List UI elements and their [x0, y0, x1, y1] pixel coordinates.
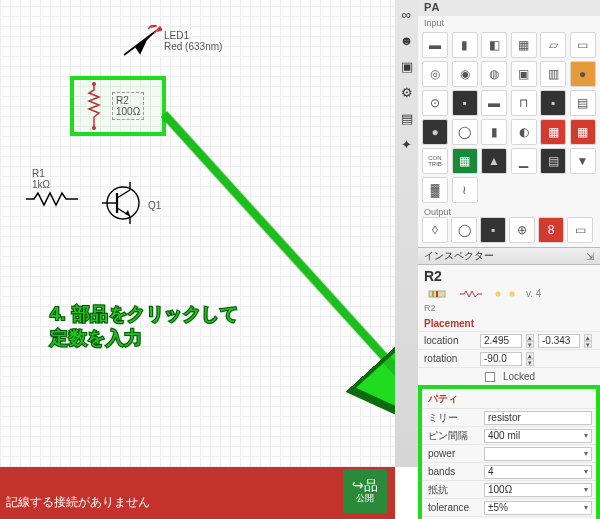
location-x-field[interactable]: 2.495: [480, 334, 522, 348]
power-row: power ▾: [422, 444, 596, 462]
publish-button[interactable]: ↪品 公開: [343, 469, 387, 513]
parts-grid: ▬ ▮ ◧ ▦ ▱ ▭ ◎ ◉ ◍ ▣ ▥ ● ⊙ ▪ ▬ ⊓ ▪ ▤ ● ◯ …: [418, 28, 600, 205]
part-tile-pot[interactable]: ◉: [452, 61, 478, 87]
component-led1[interactable]: [118, 25, 162, 61]
tolerance-field[interactable]: ±5%▾: [484, 501, 592, 515]
part-tile-contrib[interactable]: CON TRIB: [422, 148, 448, 174]
pinspacing-field[interactable]: 400 mil▾: [484, 429, 592, 443]
right-panel: PA Input ▬ ▮ ◧ ▦ ▱ ▭ ◎ ◉ ◍ ▣ ▥ ● ⊙ ▪ ▬ ⊓…: [418, 0, 600, 519]
step-annotation: 4. 部品をクリックして 定数を入力: [50, 302, 238, 351]
location-x-stepper[interactable]: ▴▾: [526, 334, 534, 348]
status-bar: 記線する接続がありません ↪品 公開: [0, 467, 395, 519]
pinspacing-row: ピン間隔 400 mil▾: [422, 426, 596, 444]
svg-point-8: [92, 126, 96, 130]
publish-icon: ↪品: [352, 478, 378, 492]
part-tile-connector[interactable]: ▱: [540, 32, 566, 58]
publish-label: 公開: [356, 492, 374, 505]
location-row: location 2.495 ▴▾ -0.343 ▴▾: [418, 331, 600, 349]
part-tile-cell[interactable]: ▮: [452, 32, 478, 58]
part-tile-led-out[interactable]: ◊: [422, 217, 448, 243]
part-tile-strip[interactable]: ▭: [570, 32, 596, 58]
bands-field[interactable]: 4▾: [484, 465, 592, 479]
strip-icon-factory[interactable]: ▣: [399, 58, 415, 74]
component-q1[interactable]: [100, 180, 146, 226]
resistor-bb-icon[interactable]: [424, 289, 450, 299]
location-y-field[interactable]: -0.343: [538, 334, 580, 348]
part-tile-tact[interactable]: ▪: [540, 90, 566, 116]
placement-section: Placement: [418, 315, 600, 331]
part-tile-usb[interactable]: ◧: [481, 32, 507, 58]
strip-icon-star[interactable]: ✦: [399, 136, 415, 152]
r2-label: R2 100Ω: [112, 92, 144, 120]
part-tile-dip[interactable]: ▤: [570, 90, 596, 116]
part-tile-plug[interactable]: ▦: [511, 32, 537, 58]
svg-rect-22: [436, 291, 438, 297]
part-tile-encoder[interactable]: ◍: [481, 61, 507, 87]
collapse-icon[interactable]: ⇲: [586, 251, 594, 262]
part-tile-slide[interactable]: ▬: [481, 90, 507, 116]
svg-point-7: [92, 82, 96, 86]
part-tile-ldr[interactable]: ◐: [511, 119, 537, 145]
rotation-row: rotation -90.0 ▴▾: [418, 349, 600, 367]
output-parts-row: ◊ ◯ ▪ ⊕ 8 ▭: [418, 217, 600, 247]
resistor-pcb-icon[interactable]: [492, 289, 518, 299]
part-tile-sensor-round[interactable]: ●: [422, 119, 448, 145]
part-tile-transistor[interactable]: ▲: [481, 148, 507, 174]
resistance-field[interactable]: 100Ω▾: [484, 483, 592, 497]
svg-rect-21: [432, 291, 434, 297]
part-tile-board-green[interactable]: ▦: [452, 148, 478, 174]
svg-marker-4: [152, 25, 156, 27]
q1-label: Q1: [148, 200, 161, 211]
part-tile-buttons[interactable]: ▥: [540, 61, 566, 87]
part-tile-switch[interactable]: ▪: [452, 90, 478, 116]
part-tile-mic[interactable]: ◯: [452, 119, 478, 145]
part-tile-battery[interactable]: ▬: [422, 32, 448, 58]
svg-line-12: [117, 190, 130, 198]
part-tile-relay[interactable]: ▪: [480, 217, 506, 243]
part-tile-coin[interactable]: ●: [570, 61, 596, 87]
output-section-label: Output: [418, 205, 600, 217]
component-r2[interactable]: [82, 82, 112, 132]
locked-row[interactable]: Locked: [418, 367, 600, 385]
properties-highlight-box: パティ ミリー resistor ピン間隔 400 mil▾ power ▾ b…: [418, 385, 600, 519]
part-tile-toggle[interactable]: ⊓: [511, 90, 537, 116]
part-tile-motor[interactable]: ⊕: [509, 217, 535, 243]
part-tile-module-red1[interactable]: ▦: [540, 119, 566, 145]
inspector-view-icons: v. 4: [418, 284, 600, 303]
rotation-stepper[interactable]: ▴▾: [526, 352, 534, 366]
svg-point-23: [496, 291, 501, 296]
input-section-label: Input: [418, 16, 600, 28]
rotation-field[interactable]: -90.0: [480, 352, 522, 366]
part-tile-knob[interactable]: ◎: [422, 61, 448, 87]
resistor-schem-icon[interactable]: [458, 289, 484, 299]
strip-icon-arduino[interactable]: ∞: [399, 6, 415, 22]
inspector-header[interactable]: インスペクター ⇲: [418, 247, 600, 265]
part-tile-buzzer[interactable]: ◯: [451, 217, 477, 243]
part-tile-speaker[interactable]: ▓: [422, 177, 448, 203]
schematic-canvas[interactable]: LED1 Red (633nm) R2 100Ω R1 1kΩ: [0, 0, 395, 467]
part-tile-antenna[interactable]: ▁: [511, 148, 537, 174]
svg-point-24: [510, 291, 515, 296]
part-tile-display[interactable]: ▭: [567, 217, 593, 243]
strip-icon-user[interactable]: ☻: [399, 32, 415, 48]
parts-panel-header: PA: [418, 0, 600, 16]
part-tile-camera[interactable]: ▣: [511, 61, 537, 87]
strip-icon-gear[interactable]: ⚙: [399, 84, 415, 100]
part-tile-wifi[interactable]: ▼: [570, 148, 596, 174]
part-tile-ir[interactable]: ▮: [481, 119, 507, 145]
family-field[interactable]: resistor: [484, 411, 592, 425]
power-field[interactable]: ▾: [484, 447, 592, 461]
part-tile-7seg[interactable]: 8: [538, 217, 564, 243]
part-tile-rfid[interactable]: ▤: [540, 148, 566, 174]
location-y-stepper[interactable]: ▴▾: [584, 334, 592, 348]
led1-label: LED1 Red (633nm): [164, 30, 222, 52]
r1-label: R1 1kΩ: [32, 168, 50, 190]
category-strip: ∞ ☻ ▣ ⚙ ▤ ✦: [395, 0, 418, 467]
part-tile-thermistor[interactable]: ≀: [452, 177, 478, 203]
component-r1[interactable]: [24, 190, 80, 208]
status-message: 記線する接続がありません: [6, 494, 150, 511]
part-tile-button[interactable]: ⊙: [422, 90, 448, 116]
strip-icon-chip[interactable]: ▤: [399, 110, 415, 126]
locked-checkbox[interactable]: [485, 372, 495, 382]
part-tile-module-red2[interactable]: ▦: [570, 119, 596, 145]
